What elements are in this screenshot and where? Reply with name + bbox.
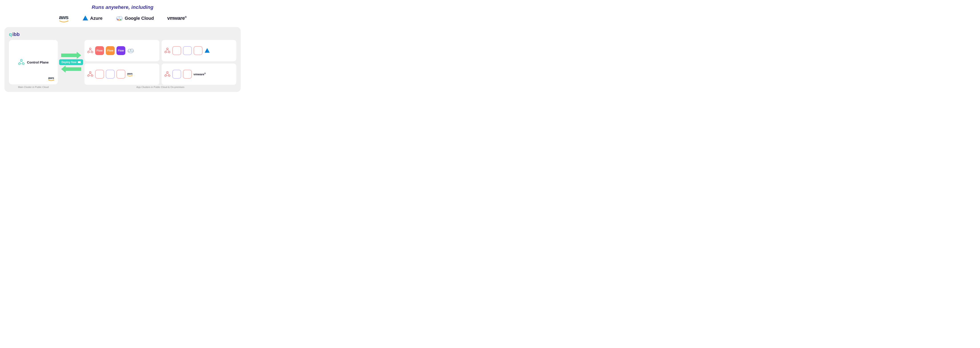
cluster-network-icon-4 — [164, 71, 170, 77]
svg-marker-19 — [61, 65, 81, 73]
svg-point-12 — [22, 63, 24, 65]
aws-smile-icon — [59, 21, 69, 22]
svg-point-44 — [167, 71, 168, 73]
svg-line-40 — [167, 49, 169, 51]
svg-point-10 — [21, 59, 22, 61]
arrow-right-top-icon — [61, 52, 81, 59]
google-cluster-col: Flow Flow Flow — [84, 40, 159, 85]
svg-point-20 — [89, 48, 91, 49]
header-title: Runs anywhere, including — [5, 5, 241, 10]
svg-point-21 — [88, 51, 89, 53]
aws-smile-cluster-icon — [127, 75, 132, 76]
flow-badge-red: Flow — [95, 46, 104, 55]
svg-point-9 — [117, 19, 118, 19]
svg-point-7 — [119, 19, 120, 21]
flow-slot-6 — [194, 46, 202, 55]
vmware-text: vmware® — [167, 15, 186, 21]
page-wrapper: Runs anywhere, including aws Azure — [0, 0, 245, 96]
diagram-outer: qibb Control P — [5, 27, 241, 92]
flow-slot-3 — [116, 70, 126, 79]
right-panels: Flow Flow Flow — [84, 40, 236, 85]
main-cluster-caption: Main Cluster in Public Cloud — [18, 86, 49, 89]
flow-slot-1 — [95, 70, 104, 79]
vmware-cluster-panel: vmware® — [162, 63, 237, 85]
flow-badge-coral: Flow — [106, 46, 115, 55]
svg-point-36 — [167, 48, 168, 49]
svg-line-24 — [90, 49, 92, 51]
svg-point-30 — [88, 75, 89, 76]
right-section: Flow Flow Flow — [84, 40, 236, 89]
google-cluster-top-panel: Flow Flow Flow — [84, 40, 159, 61]
svg-line-32 — [89, 73, 90, 74]
svg-point-45 — [164, 75, 166, 76]
svg-point-29 — [89, 71, 91, 73]
aws-logo: aws — [59, 14, 69, 22]
control-plane-label: Control Plane — [27, 60, 49, 64]
svg-point-37 — [164, 51, 166, 53]
cluster-network-icon-1 — [87, 47, 93, 54]
control-plane-network-icon — [18, 59, 25, 65]
svg-point-22 — [91, 51, 93, 53]
google-cloud-text: Google Cloud — [125, 16, 154, 21]
azure-vmware-col: vmware® — [162, 40, 237, 85]
flow-slot-7 — [172, 70, 181, 79]
svg-point-27 — [128, 49, 131, 52]
google-cloud-icon — [116, 15, 123, 21]
svg-marker-18 — [78, 61, 81, 64]
deploy-flow-button[interactable]: Deploy flow — [59, 59, 83, 65]
control-plane-box: Control Plane aws — [9, 40, 58, 84]
svg-point-11 — [18, 63, 20, 65]
cluster-network-icon-2 — [87, 71, 93, 77]
qibb-rest: ibb — [12, 32, 19, 37]
svg-line-48 — [167, 73, 169, 74]
svg-line-39 — [165, 49, 167, 51]
google-cluster-bottom-panel: aws — [84, 63, 159, 85]
left-section: Control Plane aws Main Cluster in Public… — [9, 40, 58, 89]
svg-line-23 — [89, 49, 90, 51]
deploy-flow-arrow-icon — [77, 60, 81, 64]
svg-line-47 — [165, 73, 167, 74]
azure-icon — [82, 15, 89, 21]
control-plane-content: Control Plane — [18, 59, 49, 65]
app-clusters-caption: App Clusters in Public Cloud & On-premis… — [84, 86, 236, 89]
cluster-network-icon-3 — [164, 47, 170, 54]
svg-point-8 — [120, 19, 121, 21]
svg-point-46 — [168, 75, 170, 76]
diagram-content: Control Plane aws Main Cluster in Public… — [9, 40, 236, 89]
azure-cluster-icon — [204, 48, 210, 54]
svg-point-28 — [131, 49, 134, 52]
svg-point-38 — [168, 51, 170, 53]
google-cloud-cluster-icon — [127, 47, 134, 54]
qibb-brand: qibb — [9, 32, 236, 37]
aws-logo-small: aws — [48, 76, 54, 81]
arrow-left-icon — [61, 65, 81, 73]
header-section: Runs anywhere, including — [5, 5, 241, 10]
aws-text: aws — [59, 14, 68, 21]
flow-badge-purple: Flow — [116, 46, 126, 55]
svg-point-31 — [91, 75, 93, 76]
svg-line-13 — [19, 61, 21, 63]
azure-logo: Azure — [82, 15, 103, 21]
azure-text: Azure — [90, 16, 103, 21]
cloud-logos: aws Azure — [5, 14, 241, 22]
svg-line-14 — [21, 61, 23, 63]
azure-cluster-panel — [162, 40, 237, 61]
arrows-middle: Deploy flow — [58, 40, 84, 84]
flow-slot-5 — [183, 46, 192, 55]
aws-cluster-logo: aws — [127, 72, 133, 76]
flow-slot-8 — [183, 70, 192, 79]
vmware-cluster-text: vmware® — [194, 73, 206, 76]
svg-line-33 — [90, 73, 92, 74]
flow-slot-4 — [172, 46, 181, 55]
google-cloud-logo: Google Cloud — [116, 15, 154, 21]
flow-slot-2 — [106, 70, 115, 79]
aws-smile-small-icon — [48, 80, 54, 81]
qibb-q: q — [9, 32, 12, 37]
svg-point-5 — [119, 16, 122, 19]
vmware-logo: vmware® — [167, 15, 186, 21]
svg-marker-17 — [61, 52, 81, 59]
